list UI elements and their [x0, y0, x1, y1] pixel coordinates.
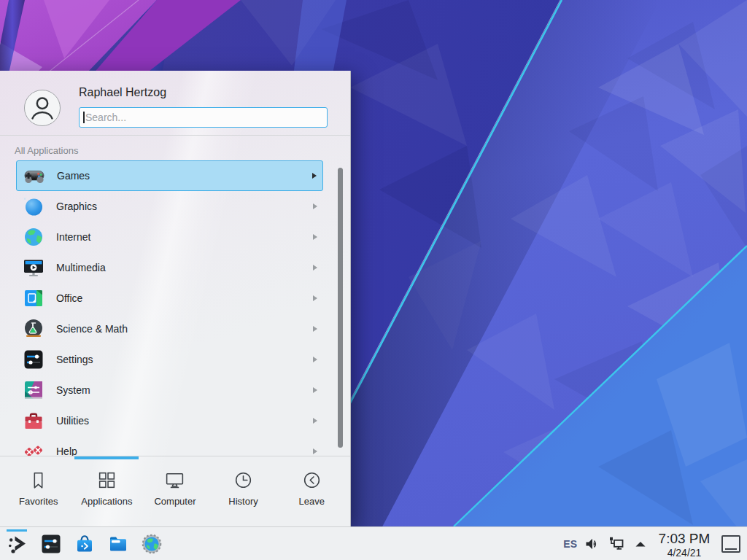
clock-time: 7:03 PM [653, 532, 716, 545]
tab-label: Leave [298, 496, 324, 507]
submenu-arrow-icon [313, 234, 317, 240]
tab-computer[interactable]: Computer [141, 462, 209, 526]
section-label: All Applications [15, 145, 78, 156]
submenu-arrow-icon [313, 295, 317, 301]
menu-item-help[interactable]: Help [0, 436, 350, 456]
clock-date: 4/24/21 [653, 548, 716, 558]
document-icon [22, 287, 45, 310]
submenu-arrow-icon [313, 387, 317, 393]
menu-item-label: Science & Math [56, 323, 313, 335]
menu-item-label: Settings [56, 354, 313, 365]
menu-item-science-math[interactable]: Science & Math [0, 314, 350, 344]
system-sliders-icon [22, 378, 45, 402]
menu-item-label: Help [56, 446, 313, 456]
system-settings-icon [39, 532, 63, 556]
globe-icon [22, 225, 45, 249]
system-settings-button[interactable] [39, 532, 63, 556]
leave-circle-icon [301, 470, 322, 491]
tab-favorites[interactable]: Favorites [4, 462, 73, 526]
submenu-arrow-icon [313, 357, 317, 362]
bookmark-icon [28, 470, 49, 491]
menu-item-label: Utilities [56, 415, 313, 427]
digital-clock[interactable]: 7:03 PM 4/24/21 [653, 527, 716, 560]
tab-label: History [228, 496, 258, 507]
menu-item-multimedia[interactable]: Multimedia [0, 252, 350, 283]
menu-item-settings[interactable]: Settings [0, 344, 350, 375]
tab-leave[interactable]: Leave [277, 462, 346, 526]
tab-applications[interactable]: Applications [73, 462, 142, 526]
sliders-icon [22, 348, 45, 371]
system-tray: ES [563, 527, 649, 560]
submenu-arrow-icon [312, 173, 317, 179]
submenu-arrow-icon [313, 265, 317, 271]
application-list: Games Graphics [0, 160, 350, 456]
submenu-arrow-icon [313, 448, 317, 454]
application-launcher-button[interactable] [6, 532, 29, 556]
menu-item-label: Graphics [56, 201, 313, 212]
submenu-arrow-icon [313, 418, 317, 424]
computer-icon [164, 470, 185, 491]
launcher-header: Raphael Hertzog [0, 71, 350, 136]
folder-icon [107, 532, 130, 556]
volume-icon[interactable] [584, 535, 601, 553]
tab-label: Computer [154, 496, 196, 507]
launcher-footer: Favorites Applications Computer [0, 456, 350, 526]
menu-item-label: Games [57, 170, 312, 182]
menu-item-office[interactable]: Office [0, 283, 350, 314]
flask-icon [22, 317, 45, 341]
desktop: Raphael Hertzog All Applications [0, 0, 747, 560]
file-manager-button[interactable] [107, 532, 130, 556]
keyboard-layout-indicator[interactable]: ES [563, 538, 577, 550]
gamepad-icon [23, 164, 46, 187]
tab-label: Applications [81, 496, 132, 507]
menu-item-internet[interactable]: Internet [0, 222, 350, 252]
menu-item-games[interactable]: Games [0, 160, 350, 191]
history-clock-icon [233, 470, 254, 491]
menu-item-graphics[interactable]: Graphics [0, 191, 350, 222]
menu-item-system[interactable]: System [0, 375, 350, 405]
peek-desktop-button[interactable] [721, 535, 740, 553]
menu-item-label: Multimedia [56, 262, 313, 273]
active-tab-indicator [74, 456, 139, 459]
network-icon[interactable] [608, 535, 625, 553]
lifebuoy-icon [22, 440, 45, 456]
submenu-arrow-icon [313, 203, 317, 209]
menu-item-label: Office [56, 292, 313, 304]
app-grid-icon [96, 470, 117, 491]
text-caret [83, 112, 85, 123]
tab-label: Favorites [19, 496, 58, 507]
menu-item-label: System [56, 384, 313, 396]
user-avatar-icon[interactable] [24, 90, 61, 126]
web-browser-button[interactable] [140, 532, 163, 556]
expand-tray-icon[interactable] [632, 535, 649, 553]
user-name: Raphael Hertzog [79, 86, 166, 99]
kde-launcher-icon [6, 532, 29, 556]
taskbar: ES 7:03 PM 4/24/21 [0, 526, 747, 560]
paint-sphere-icon [22, 195, 45, 218]
search-input[interactable] [79, 107, 328, 128]
application-launcher-panel: Raphael Hertzog All Applications [0, 71, 351, 526]
media-screen-icon [22, 256, 45, 279]
scrollbar[interactable] [338, 168, 343, 448]
menu-item-utilities[interactable]: Utilities [0, 405, 350, 436]
discover-bag-icon [73, 532, 96, 556]
menu-item-label: Internet [56, 231, 313, 243]
discover-button[interactable] [73, 532, 96, 556]
submenu-arrow-icon [313, 326, 317, 332]
toolbox-icon [22, 409, 45, 432]
tab-history[interactable]: History [209, 462, 278, 526]
browser-globe-icon [140, 532, 163, 556]
